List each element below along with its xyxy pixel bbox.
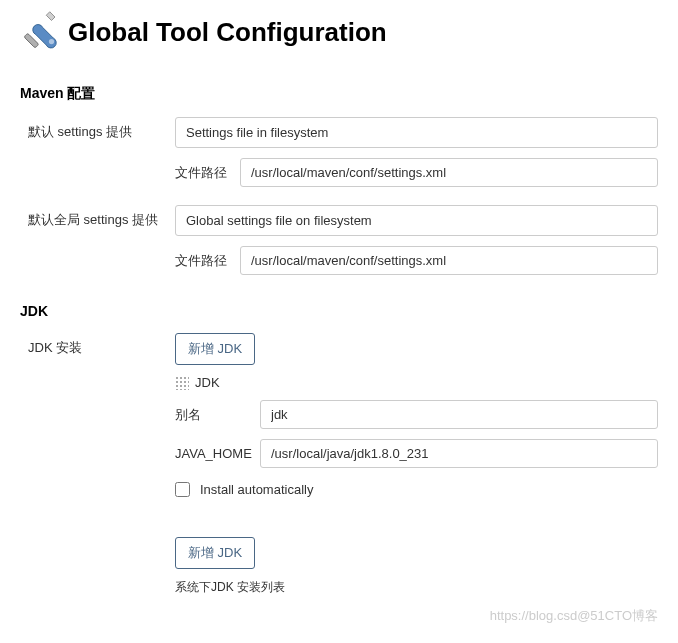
page-title: Global Tool Configuration bbox=[68, 17, 387, 48]
jdk-install-label: JDK 安装 bbox=[20, 333, 175, 357]
jdk-list-note: 系统下JDK 安装列表 bbox=[175, 579, 658, 596]
jdk-install-row: JDK 安装 新增 JDK JDK 别名 JAVA_HOME Install a… bbox=[20, 333, 658, 596]
jdk-alias-input[interactable] bbox=[260, 400, 658, 429]
add-jdk-button-top[interactable]: 新增 JDK bbox=[175, 333, 255, 365]
maven-global-settings-select[interactable]: Global settings file on filesystem bbox=[175, 205, 658, 236]
maven-global-settings-label: 默认全局 settings 提供 bbox=[20, 205, 175, 229]
drag-handle-icon[interactable] bbox=[175, 376, 189, 390]
tools-icon bbox=[20, 10, 62, 55]
watermark: https://blog.csd@51CTO博客 bbox=[490, 607, 658, 614]
maven-default-settings-label: 默认 settings 提供 bbox=[20, 117, 175, 141]
jdk-entry-name: JDK bbox=[195, 375, 220, 390]
java-home-label: JAVA_HOME bbox=[175, 446, 260, 461]
add-jdk-button-bottom[interactable]: 新增 JDK bbox=[175, 537, 255, 569]
svg-point-1 bbox=[49, 39, 54, 44]
java-home-input[interactable] bbox=[260, 439, 658, 468]
maven-default-settings-select[interactable]: Settings file in filesystem bbox=[175, 117, 658, 148]
maven-global-path-label: 文件路径 bbox=[175, 252, 240, 270]
maven-default-settings-row: 默认 settings 提供 Settings file in filesyst… bbox=[20, 117, 658, 197]
jdk-alias-label: 别名 bbox=[175, 406, 260, 424]
maven-section-header: Maven 配置 bbox=[20, 85, 658, 103]
install-auto-label: Install automatically bbox=[200, 482, 313, 497]
jdk-section-header: JDK bbox=[20, 303, 658, 319]
maven-default-path-label: 文件路径 bbox=[175, 164, 240, 182]
maven-global-path-input[interactable] bbox=[240, 246, 658, 275]
jdk-entry: JDK 别名 JAVA_HOME Install automatically bbox=[175, 375, 658, 497]
install-auto-checkbox[interactable] bbox=[175, 482, 190, 497]
maven-global-settings-row: 默认全局 settings 提供 Global settings file on… bbox=[20, 205, 658, 285]
maven-default-path-input[interactable] bbox=[240, 158, 658, 187]
page-title-row: Global Tool Configuration bbox=[20, 10, 658, 55]
